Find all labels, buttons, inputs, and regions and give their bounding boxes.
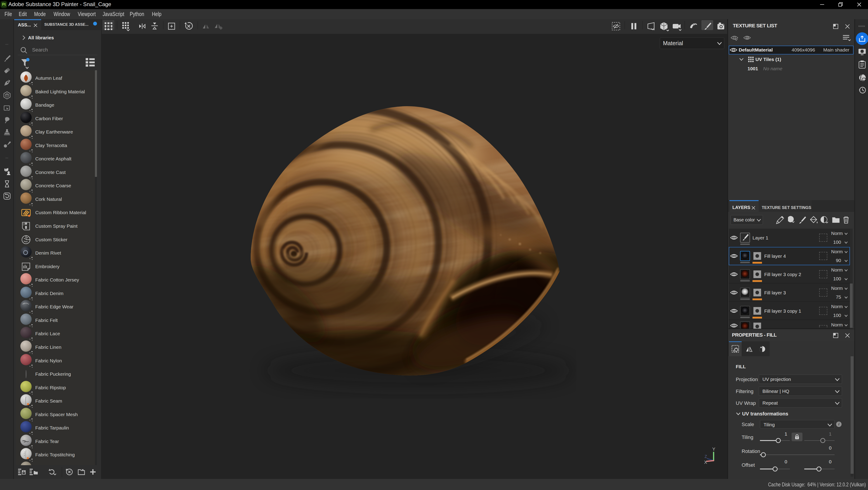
svg-text:Z: Z bbox=[705, 454, 707, 459]
svg-text:X: X bbox=[704, 460, 707, 465]
svg-text:Y: Y bbox=[712, 447, 715, 452]
